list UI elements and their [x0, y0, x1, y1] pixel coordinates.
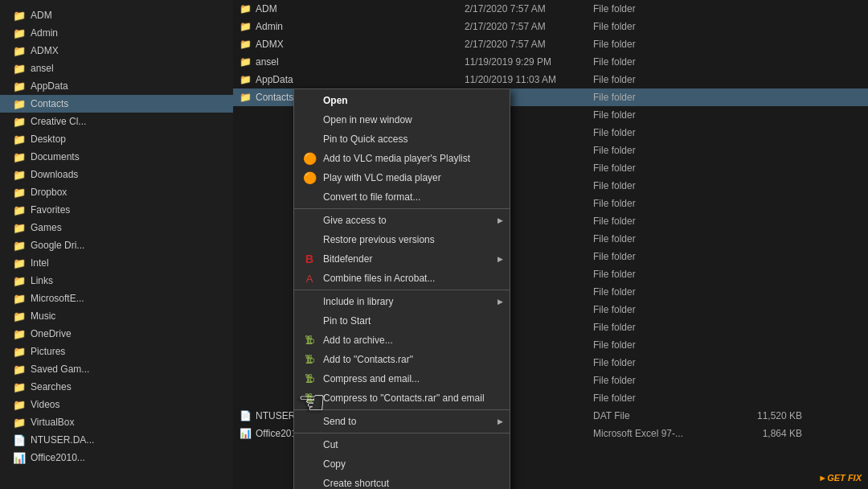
sidebar-item-6[interactable]: 📁Creative Cl... — [0, 113, 233, 130]
menu-item-8[interactable]: BBitdefender — [294, 249, 510, 269]
sidebar-item-18[interactable]: 📁OneDrive — [0, 325, 233, 343]
sidebar-item-23[interactable]: 📁VirtualBox — [0, 413, 233, 431]
sidebar-item-24[interactable]: 📄NTUSER.DA... — [0, 431, 233, 449]
sidebar-item-15[interactable]: 📁Links — [0, 272, 233, 290]
file-date: 11/19/2019 9:29 PM — [465, 56, 593, 68]
menu-item-12[interactable]: 🗜Add to archive... — [294, 331, 510, 350]
file-row-3[interactable]: 📁 ansel 11/19/2019 9:29 PM File folder — [233, 53, 868, 71]
menu-item-9[interactable]: ACombine files in Acrobat... — [294, 269, 510, 288]
sidebar-item-0[interactable]: 📁ADM — [0, 6, 233, 24]
file-name-label: ADMX — [256, 39, 284, 50]
sidebar-item-25[interactable]: 📊Office2010... — [0, 449, 233, 466]
sidebar-item-8[interactable]: 📁Documents — [0, 148, 233, 166]
file-name: 📁 ansel — [240, 56, 465, 68]
acrobat-icon: A — [302, 271, 317, 286]
sidebar-item-7[interactable]: 📁Desktop — [0, 130, 233, 148]
watermark-brand: ►GET — [818, 473, 845, 483]
folder-icon: 📁 — [13, 97, 26, 110]
menu-icon-empty — [302, 93, 317, 108]
sidebar-label: Pictures — [31, 346, 65, 357]
sidebar-item-12[interactable]: 📁Games — [0, 219, 233, 236]
file-type-icon: 📁 — [240, 56, 252, 68]
sidebar-label: Dropbox — [31, 187, 67, 198]
menu-icon-empty — [302, 132, 317, 146]
sidebar-label: Desktop — [31, 134, 66, 145]
menu-item-5[interactable]: Convert to file format... — [294, 187, 510, 207]
file-icon: 📄 — [13, 434, 26, 446]
sidebar-item-10[interactable]: 📁Dropbox — [0, 183, 233, 201]
sidebar-item-4[interactable]: 📁AppData — [0, 77, 233, 95]
sidebar-item-5[interactable]: 📁Contacts — [0, 95, 233, 113]
sidebar-label: Videos — [31, 399, 59, 410]
file-name-label: Admin — [256, 21, 283, 32]
sidebar-item-16[interactable]: 📁MicrosoftE... — [0, 290, 233, 307]
menu-icon-empty — [302, 213, 317, 228]
sidebar-item-20[interactable]: 📁Saved Gam... — [0, 360, 233, 378]
sidebar-item-22[interactable]: 📁Videos — [0, 396, 233, 413]
file-type-label: File folder — [593, 3, 722, 14]
file-row-0[interactable]: 📁 ADM 2/17/2020 7:57 AM File folder — [233, 0, 868, 18]
sidebar-item-3[interactable]: 📁ansel — [0, 60, 233, 77]
menu-item-3[interactable]: 🟠Add to VLC media player's Playlist — [294, 149, 510, 168]
file-name: 📁 ADMX — [240, 39, 465, 50]
file-type-icon: 📁 — [240, 21, 252, 32]
menu-item-16[interactable]: Send to — [294, 412, 510, 431]
menu-label: Compress to "Contacts.rar" and email — [323, 392, 485, 404]
menu-item-19[interactable]: Create shortcut — [294, 474, 510, 489]
sidebar-item-17[interactable]: 📁Music — [0, 307, 233, 325]
file-row-1[interactable]: 📁 Admin 2/17/2020 7:57 AM File folder — [233, 18, 868, 35]
file-row-2[interactable]: 📁 ADMX 2/17/2020 7:57 AM File folder — [233, 35, 868, 53]
sidebar-label: Google Dri... — [31, 240, 84, 251]
menu-label: Send to — [323, 416, 356, 427]
vlc-icon: 🟠 — [302, 151, 317, 166]
menu-item-10[interactable]: Include in library — [294, 292, 510, 311]
sidebar-item-13[interactable]: 📁Google Dri... — [0, 236, 233, 254]
folder-icon: 📁 — [13, 168, 26, 181]
file-type-label: File folder — [593, 339, 722, 351]
file-date: 11/20/2019 11:03 AM — [465, 74, 593, 85]
sidebar-item-9[interactable]: 📁Downloads — [0, 166, 233, 183]
file-type-label: File folder — [593, 92, 722, 103]
sidebar-item-11[interactable]: 📁Favorites — [0, 201, 233, 219]
menu-icon-empty — [302, 113, 317, 127]
menu-label: Play with VLC media player — [323, 172, 441, 183]
sidebar-item-14[interactable]: 📁Intel — [0, 254, 233, 272]
menu-item-18[interactable]: Copy — [294, 454, 510, 474]
menu-item-7[interactable]: Restore previous versions — [294, 230, 510, 249]
menu-item-13[interactable]: 🗜Add to "Contacts.rar" — [294, 350, 510, 369]
menu-item-11[interactable]: Pin to Start — [294, 311, 510, 331]
menu-icon-empty — [302, 190, 317, 204]
menu-item-4[interactable]: 🟠Play with VLC media player — [294, 168, 510, 187]
sidebar-item-19[interactable]: 📁Pictures — [0, 343, 233, 360]
sidebar-label: Games — [31, 222, 62, 233]
file-type-label: File folder — [593, 21, 722, 32]
sidebar-label: Music — [31, 310, 55, 322]
file-row-4[interactable]: 📁 AppData 11/20/2019 11:03 AM File folde… — [233, 71, 868, 88]
file-type-label: File folder — [593, 392, 722, 404]
menu-item-1[interactable]: Open in new window — [294, 110, 510, 129]
folder-icon: 📁 — [13, 150, 26, 163]
menu-label: Convert to file format... — [323, 191, 420, 203]
file-type-label: File folder — [593, 162, 722, 174]
menu-item-17[interactable]: Cut — [294, 435, 510, 454]
folder-icon: 📁 — [13, 363, 26, 376]
menu-item-0[interactable]: Open — [294, 91, 510, 110]
menu-label: Give access to — [323, 215, 387, 226]
menu-item-6[interactable]: Give access to — [294, 211, 510, 230]
file-type-label: File folder — [593, 357, 722, 368]
file-date: 2/17/2020 7:57 AM — [465, 3, 593, 14]
folder-icon: 📁 — [13, 310, 26, 323]
menu-item-14[interactable]: 🗜Compress and email... — [294, 369, 510, 388]
sidebar-label: VirtualBox — [31, 417, 74, 428]
menu-item-2[interactable]: Pin to Quick access — [294, 129, 510, 149]
sidebar-label: MicrosoftE... — [31, 293, 84, 304]
file-type-icon: 📁 — [240, 74, 252, 85]
sidebar-item-1[interactable]: 📁Admin — [0, 24, 233, 42]
file-type-label: File folder — [593, 127, 722, 138]
menu-label: Cut — [323, 439, 338, 450]
menu-item-15[interactable]: 🗜Compress to "Contacts.rar" and email — [294, 388, 510, 408]
sidebar-item-21[interactable]: 📁Searches — [0, 378, 233, 396]
file-name-label: ansel — [256, 56, 279, 68]
sidebar-item-2[interactable]: 📁ADMX — [0, 42, 233, 60]
folder-icon: 📁 — [13, 274, 26, 287]
